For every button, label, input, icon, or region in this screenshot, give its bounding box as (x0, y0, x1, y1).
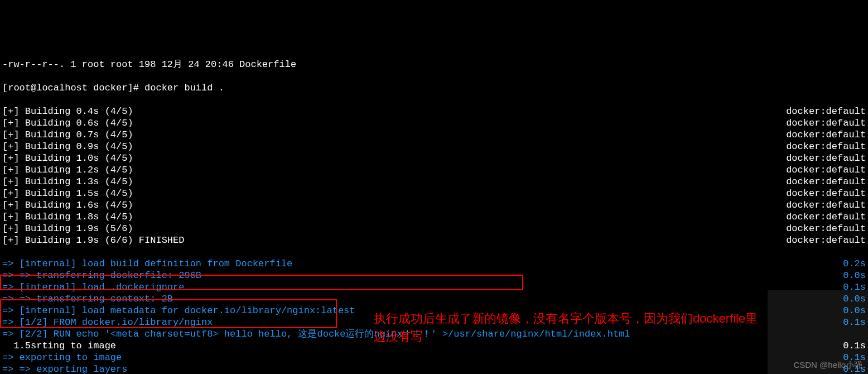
prompt-build: [root@localhost docker]# docker build . (2, 82, 866, 94)
build-line: [+] Building 1.9s (5/6)docker:default (2, 223, 866, 234)
annotation-text: 执行成功后生成了新的镜像，没有名字个版本号，因为我们dockerfile里边没有… (374, 310, 770, 346)
build-step: => => transferring dockerfile: 296B0.0s (2, 270, 866, 281)
build-line: [+] Building 1.6s (4/5)docker:default (2, 199, 866, 211)
build-line: [+] Building 1.9s (6/6) FINISHEDdocker:d… (2, 234, 866, 246)
build-line: [+] Building 0.7s (4/5)docker:default (2, 129, 866, 141)
build-step: => [internal] load .dockerignore0.1s (2, 281, 866, 293)
build-step: => => transferring context: 2B0.0s (2, 293, 866, 305)
build-line: [+] Building 1.3s (4/5)docker:default (2, 176, 866, 188)
build-line: [+] Building 1.8s (4/5)docker:default (2, 211, 866, 223)
build-line: [+] Building 0.6s (4/5)docker:default (2, 117, 866, 129)
build-line: [+] Building 0.9s (4/5)docker:default (2, 141, 866, 152)
build-line: [+] Building 1.2s (4/5)docker:default (2, 164, 866, 176)
build-line: [+] Building 1.0s (4/5)docker:default (2, 152, 866, 164)
watermark: CSDN @hello小强 (793, 359, 862, 371)
build-line: [+] Building 1.5s (4/5)docker:default (2, 188, 866, 199)
build-step: => exporting to image0.1s (2, 352, 866, 363)
build-step: => => exporting layers0.1s (2, 363, 866, 374)
build-line: [+] Building 0.4s (4/5)docker:default (2, 106, 866, 117)
build-step: => [internal] load build definition from… (2, 258, 866, 270)
ls-output: -rw-r--r--. 1 root root 198 12月 24 20:46… (2, 59, 866, 70)
